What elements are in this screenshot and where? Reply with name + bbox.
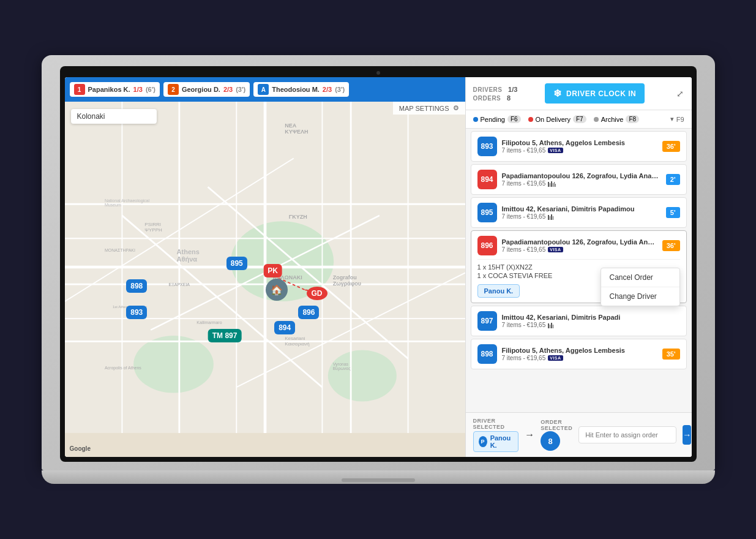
order-header-898: 898 Filipotou 5, Athens, Aggelos Lembesi… (477, 344, 680, 364)
bottom-order-section: ORDERSELECTED 8 (541, 419, 572, 451)
filter-more-count: F9 (676, 116, 684, 123)
laptop-base (42, 470, 715, 484)
driver-fraction-3: 2/3 (323, 86, 332, 93)
map-settings-bar[interactable]: MAP SETTINGS ⚙ (393, 102, 465, 115)
driver-orders-1: (6') (146, 86, 155, 93)
order-info-895: Imittou 42, Kesariani, Dimitris Papadimo… (502, 205, 661, 220)
order-num-893: 893 (477, 137, 497, 156)
driver-selected-chip: P Panou K. (473, 431, 519, 452)
laptop-shell: ΝΕΑΚΥΨΕΛΗ AthensΑθήνα ΓΚΥΖΗ ΚΟΛΩΝΑΚΙ Zog… (42, 55, 715, 484)
map-area: ΝΕΑΚΥΨΕΛΗ AthensΑθήνα ΓΚΥΖΗ ΚΟΛΩΝΑΚΙ Zog… (65, 77, 465, 457)
order-card-895[interactable]: 895 Imittou 42, Kesariani, Dimitris Papa… (471, 197, 687, 228)
drivers-info: DRIVERS 1/3 ORDERS 8 (473, 86, 518, 102)
driver-tab-3[interactable]: A Theodosiou M. 2/3 (3') (253, 82, 349, 97)
screen: ΝΕΑΚΥΨΕΛΗ AthensΑθήνα ΓΚΥΖΗ ΚΟΛΩΝΑΚΙ Zog… (65, 77, 692, 457)
order-header-897: 897 Imittou 42, Kesariani, Dimitris Papa… (477, 311, 680, 331)
filter-tab-pending[interactable]: Pending F6 (473, 114, 521, 124)
driver-tab-2[interactable]: 2 Georgiou D. 2/3 (3') (163, 82, 250, 97)
order-card-896[interactable]: 896 Papadiamantopoulou 126, Zografou, Ly… (471, 230, 687, 303)
archive-count: F8 (626, 115, 639, 123)
map-marker-898[interactable]: 898 (126, 279, 147, 293)
bottom-driver-section: DRIVERSELECTED P Panou K. (473, 418, 519, 452)
clock-in-label: DRIVER CLOCK IN (566, 89, 636, 98)
order-address-897: Imittou 42, Kesariani, Dimitris Papadi (502, 314, 680, 321)
order-info-897: Imittou 42, Kesariani, Dimitris Papadi 7… (502, 314, 680, 328)
order-info-898: Filipotou 5, Athens, Aggelos Lembesis 7 … (502, 347, 657, 361)
archive-dot (594, 117, 599, 122)
chevron-down-icon: ▾ (670, 115, 674, 123)
filter-more[interactable]: ▾ F9 (670, 115, 684, 123)
order-header-895: 895 Imittou 42, Kesariani, Dimitris Papa… (477, 203, 680, 222)
order-time-898: 35' (662, 349, 680, 360)
change-driver-item[interactable]: Change Driver (601, 287, 679, 306)
order-time-895: 5' (666, 207, 680, 218)
order-details-894: 7 items - €19,65 (502, 180, 661, 187)
driver-selected-label: DRIVERSELECTED (473, 418, 519, 430)
order-address-895: Imittou 42, Kesariani, Dimitris Papadimo… (502, 205, 661, 213)
archive-label: Archive (601, 116, 624, 123)
driver-bar: 1 Papanikos K. 1/3 (6') 2 Georgiou D. 2/… (65, 77, 465, 102)
order-details-898: 7 items - €19,65 VISA (502, 355, 657, 361)
order-card-897[interactable]: 897 Imittou 42, Kesariani, Dimitris Papa… (471, 306, 687, 336)
order-card-893[interactable]: 893 Filipotou 5, Athens, Aggelos Lembesi… (471, 131, 687, 162)
order-details-896: 7 items - €19,65 VISA (502, 246, 657, 253)
order-time-894: 2' (666, 174, 680, 185)
panel-header: DRIVERS 1/3 ORDERS 8 ❄ DRIVER (466, 77, 692, 110)
map-background: ΝΕΑΚΥΨΕΛΗ AthensΑθήνα ΓΚΥΖΗ ΚΟΛΩΝΑΚΙ Zog… (65, 77, 465, 457)
order-info-894: Papadiamantopoulou 126, Zografou, Lydia … (502, 172, 661, 187)
map-marker-pk[interactable]: PK (263, 264, 282, 277)
order-num-897: 897 (477, 311, 497, 331)
order-address-894: Papadiamantopoulou 126, Zografou, Lydia … (502, 172, 661, 179)
driver-badge-3: A (258, 84, 269, 95)
order-address-893: Filipotou 5, Athens, Aggelos Lembesis (502, 139, 657, 146)
driver-selected-name: Panou K. (490, 434, 513, 449)
clock-in-icon: ❄ (553, 88, 562, 99)
expand-icon[interactable]: ⤢ (676, 89, 684, 99)
map-marker-893[interactable]: 893 (126, 306, 147, 319)
filter-tab-archive[interactable]: Archive F8 (594, 114, 639, 124)
order-details-895: 7 items - €19,65 (502, 213, 661, 220)
order-items-893: 7 items - €19,65 (502, 147, 546, 154)
filter-tab-on-delivery[interactable]: On Delivery F7 (528, 114, 586, 124)
map-marker-home[interactable]: 🏠 (266, 279, 288, 301)
map-marker-895[interactable]: 895 (226, 257, 247, 270)
assign-order-button[interactable]: → (683, 425, 691, 445)
driver-name-3: Theodosiou M. (272, 86, 320, 93)
map-settings-label: MAP SETTINGS (399, 105, 449, 112)
map-settings-icon: ⚙ (453, 104, 459, 112)
drivers-value: 1/3 (508, 86, 517, 93)
order-selected-num: 8 (541, 431, 560, 451)
order-num-898: 898 (477, 344, 497, 364)
map-marker-894[interactable]: 894 (274, 321, 295, 334)
order-info-896: Papadiamantopoulou 126, Zografou, Lydia … (502, 238, 657, 253)
order-header-893: 893 Filipotou 5, Athens, Aggelos Lembesi… (477, 137, 680, 156)
order-card-894[interactable]: 894 Papadiamantopoulou 126, Zografou, Ly… (471, 164, 687, 195)
order-card-898[interactable]: 898 Filipotou 5, Athens, Aggelos Lembesi… (471, 339, 687, 369)
order-items-895: 7 items - €19,65 (502, 213, 546, 220)
filter-tabs: Pending F6 On Delivery F7 Archive (466, 110, 692, 129)
order-details-897: 7 items - €19,65 (502, 322, 680, 328)
driver-name-2: Georgiou D. (182, 86, 220, 93)
driver-fraction-2: 2/3 (223, 86, 233, 93)
order-num-896: 896 (477, 236, 497, 255)
order-items-897: 7 items - €19,65 (502, 322, 546, 328)
order-details-893: 7 items - €19,65 VISA (502, 147, 657, 154)
map-marker-tm[interactable]: TM 897 (208, 329, 242, 342)
drivers-label: DRIVERS (473, 86, 507, 93)
trackpad-notch (342, 478, 415, 482)
order-num-894: 894 (477, 170, 497, 189)
assign-order-input[interactable] (578, 426, 676, 443)
order-items-896: 7 items - €19,65 (502, 246, 546, 253)
driver-badge-1: 1 (74, 84, 85, 95)
clock-in-button[interactable]: ❄ DRIVER CLOCK IN (545, 83, 645, 104)
driver-chip-896[interactable]: Panou K. (477, 284, 520, 298)
map-marker-gd[interactable]: GD (307, 287, 327, 300)
map-search-bar: Kolonaki (71, 109, 157, 124)
app-container: ΝΕΑΚΥΨΕΛΗ AthensΑθήνα ΓΚΥΖΗ ΚΟΛΩΝΑΚΙ Zog… (65, 77, 692, 457)
context-menu-896: Cancel Order Change Driver (601, 268, 680, 306)
driver-avatar: P (479, 436, 487, 447)
cancel-order-item[interactable]: Cancel Order (601, 268, 679, 287)
order-time-893: 36' (662, 141, 680, 152)
map-marker-896[interactable]: 896 (298, 306, 319, 319)
driver-tab-1[interactable]: 1 Papanikos K. 1/3 (6') (70, 82, 160, 97)
